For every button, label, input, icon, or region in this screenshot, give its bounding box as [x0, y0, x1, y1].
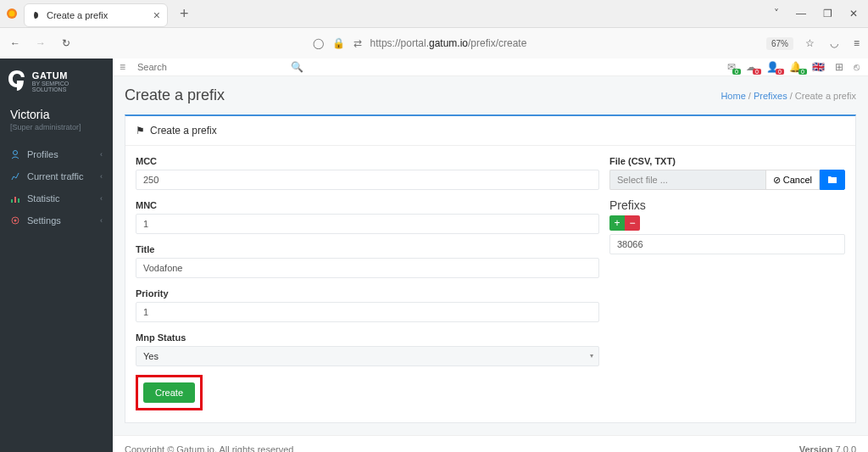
user-icon[interactable]: 👤0: [766, 61, 779, 73]
brand: GATUM BY SEMPICO SOLUTIONS: [0, 59, 113, 99]
remove-prefix-button[interactable]: −: [625, 215, 640, 231]
grid-icon[interactable]: ⊞: [835, 61, 843, 73]
footer-copyright: Copyright © Gatum.io. All rights reserve…: [125, 444, 293, 452]
mnc-input[interactable]: [136, 214, 599, 234]
chevron-left-icon: ‹: [100, 194, 103, 203]
svg-rect-4: [14, 197, 16, 203]
main-content: ≡ 🔍 ✉0 ☁0 👤0 🔔0 🇬🇧 ⊞ ⎋ Create a prefix H…: [113, 59, 868, 452]
tab-title: Create a prefix: [47, 10, 148, 20]
chevron-left-icon: ‹: [100, 172, 103, 181]
maximize-button[interactable]: ❐: [823, 8, 832, 20]
page-title: Create a prefix: [125, 86, 225, 104]
svg-point-7: [14, 220, 17, 222]
chevron-down-icon[interactable]: ˅: [774, 8, 779, 20]
search-icon[interactable]: 🔍: [291, 61, 303, 73]
right-column: File (CSV, TXT) Select file ... ⊘ Cancel…: [609, 146, 845, 410]
brand-logo-icon: [8, 70, 25, 92]
nav-label: Statistic: [27, 193, 60, 204]
topbar: ≡ 🔍 ✉0 ☁0 👤0 🔔0 🇬🇧 ⊞ ⎋: [113, 59, 868, 76]
tab-close-button[interactable]: ×: [153, 8, 160, 22]
chevron-left-icon: ‹: [100, 216, 103, 225]
shield-icon[interactable]: ◯: [313, 37, 324, 49]
prefix-input[interactable]: [609, 234, 845, 254]
cloud-icon[interactable]: ☁0: [746, 61, 756, 73]
brand-sub: BY SEMPICO SOLUTIONS: [32, 81, 104, 92]
nav-label: Profiles: [27, 149, 58, 159]
browser-tab[interactable]: Create a prefix ×: [24, 3, 168, 27]
nav-label: Current traffic: [27, 171, 83, 181]
sidebar-item-settings[interactable]: Settings ‹: [0, 209, 113, 232]
favicon-icon: [31, 10, 42, 20]
sidebar-item-traffic[interactable]: Current traffic ‹: [0, 165, 113, 187]
mnc-label: MNC: [136, 200, 599, 210]
back-button[interactable]: ←: [8, 37, 22, 49]
footer: Copyright © Gatum.io. All rights reserve…: [113, 435, 868, 452]
close-window-button[interactable]: ✕: [849, 8, 858, 20]
forward-button[interactable]: →: [34, 37, 47, 49]
priority-input[interactable]: [136, 302, 599, 322]
page-header: Create a prefix Home / Prefixes / Create…: [113, 76, 868, 114]
chevron-down-icon: ▾: [590, 352, 593, 360]
create-button[interactable]: Create: [143, 382, 195, 403]
svg-rect-3: [11, 199, 13, 203]
pocket-icon[interactable]: ◡: [830, 37, 838, 49]
menu-icon[interactable]: ≡: [854, 37, 860, 49]
footer-version: Version 7.0.0: [799, 444, 856, 452]
breadcrumb: Home / Prefixes / Create a prefix: [721, 91, 856, 101]
svg-rect-5: [18, 198, 19, 203]
cancel-icon: ⊘: [773, 175, 781, 186]
file-select-input[interactable]: Select file ...: [609, 170, 765, 190]
hamburger-icon[interactable]: ≡: [120, 61, 125, 73]
minimize-button[interactable]: —: [796, 8, 806, 20]
priority-label: Priority: [136, 288, 599, 299]
breadcrumb-prefixes[interactable]: Prefixes: [754, 91, 787, 101]
svg-point-2: [14, 151, 18, 155]
box-title: ⚑ Create a prefix: [125, 116, 855, 146]
stats-icon: [10, 193, 20, 204]
breadcrumb-home[interactable]: Home: [721, 91, 745, 101]
bell-icon[interactable]: 🔔0: [789, 61, 802, 73]
flag-icon: ⚑: [136, 125, 145, 137]
prefixs-title: Prefixs: [609, 198, 845, 212]
file-cancel-button[interactable]: ⊘ Cancel: [765, 170, 820, 190]
logout-icon[interactable]: ⎋: [854, 61, 860, 73]
address-icons: ◯ 🔒 ⇄: [313, 37, 362, 49]
search-input[interactable]: [134, 59, 286, 75]
sidebar-item-statistic[interactable]: Statistic ‹: [0, 187, 113, 209]
sidebar: GATUM BY SEMPICO SOLUTIONS Victoria [Sup…: [0, 59, 113, 452]
mnp-label: Mnp Status: [136, 332, 599, 343]
permissions-icon[interactable]: ⇄: [353, 37, 362, 49]
new-tab-button[interactable]: +: [175, 5, 194, 23]
gear-icon: [10, 215, 20, 226]
flag-icon[interactable]: 🇬🇧: [812, 61, 825, 73]
browser-chrome: Create a prefix × + ˅ — ❐ ✕: [0, 0, 868, 28]
chevron-left-icon: ‹: [100, 150, 103, 159]
content-box: ⚑ Create a prefix MCC MNC Title Priority: [125, 114, 856, 423]
mnp-select[interactable]: Yes ▾: [136, 346, 599, 366]
address-bar[interactable]: https://portal.gatum.io/prefix/create: [370, 37, 527, 49]
bookmark-star-icon[interactable]: ☆: [805, 37, 815, 49]
folder-icon: [827, 176, 837, 184]
browser-toolbar: ← → ↻ ◯ 🔒 ⇄ https://portal.gatum.io/pref…: [0, 28, 868, 59]
traffic-icon: [10, 171, 20, 181]
profile-icon: [10, 149, 20, 159]
submit-highlight: Create: [136, 375, 203, 410]
userrole: [Super administrator]: [0, 123, 113, 143]
file-open-button[interactable]: [820, 170, 845, 190]
form-column: MCC MNC Title Priority Mnp Status Yes: [136, 146, 599, 410]
title-label: Title: [136, 244, 599, 254]
msg-icon[interactable]: ✉0: [727, 61, 736, 73]
title-input[interactable]: [136, 258, 599, 278]
brand-name: GATUM: [32, 70, 104, 81]
mcc-label: MCC: [136, 156, 599, 166]
sidebar-nav: Profiles ‹ Current traffic ‹ Statistic ‹…: [0, 143, 113, 232]
mcc-input[interactable]: [136, 170, 599, 190]
reload-button[interactable]: ↻: [59, 37, 73, 49]
add-prefix-button[interactable]: +: [609, 215, 625, 231]
zoom-badge[interactable]: 67%: [766, 37, 793, 50]
browser-app-icon: [0, 8, 24, 20]
sidebar-item-profiles[interactable]: Profiles ‹: [0, 143, 113, 165]
username: Victoria: [0, 99, 113, 123]
svg-point-1: [9, 11, 15, 17]
lock-icon[interactable]: 🔒: [332, 37, 345, 49]
